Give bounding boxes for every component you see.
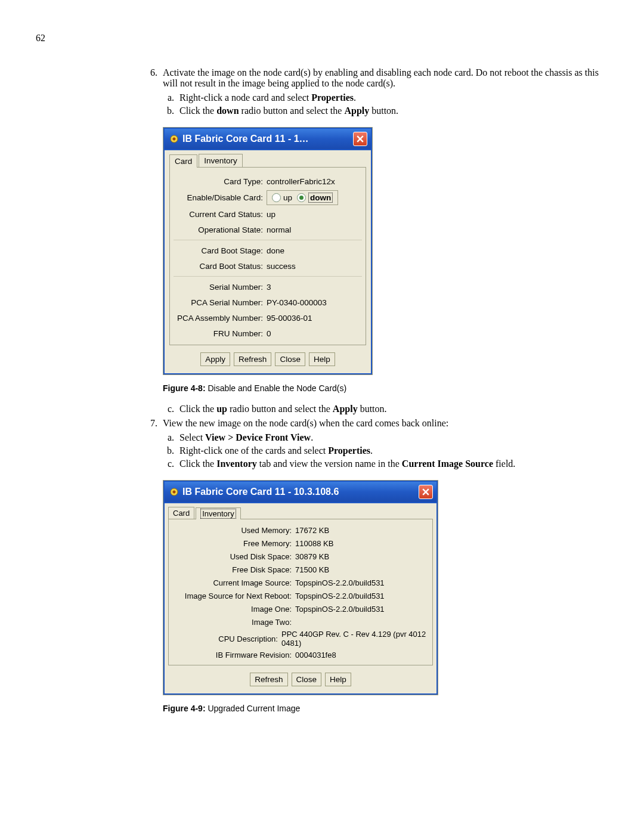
- lbl-ibfw: IB Firmware Revision:: [172, 651, 295, 659]
- step6-text: Activate the image on the node card(s) b…: [163, 67, 599, 88]
- fig8-label: Figure 4-8:: [163, 383, 206, 393]
- val-serial: 3: [267, 283, 271, 292]
- radio-up-circle: [272, 193, 281, 202]
- panel-inventory: Used Memory:17672 KB Free Memory:110088 …: [168, 519, 433, 665]
- close-button3[interactable]: Close: [292, 673, 322, 686]
- step-6: Activate the image on the node card(s) b…: [160, 67, 602, 414]
- step6a: Right-click a node card and select Prope…: [177, 92, 602, 103]
- step7c-t3: field.: [493, 459, 515, 469]
- help-button[interactable]: Help: [309, 352, 335, 366]
- fig9-label: Figure 4-9:: [163, 704, 206, 713]
- radio-down-circle: [297, 193, 306, 202]
- lbl-pca-assembly: PCA Assembly Number:: [174, 314, 267, 323]
- step7b: Right-click one of the cards and select …: [177, 445, 602, 456]
- page-number: 62: [36, 33, 608, 44]
- lbl-next-image: Image Source for Next Reboot:: [172, 592, 295, 600]
- val-free-memory: 110088 KB: [295, 539, 333, 548]
- val-free-disk: 71500 KB: [295, 565, 329, 574]
- row-card-type: Card Type: controllerFabric12x: [174, 175, 362, 188]
- button-row: Apply Refresh Close Help: [167, 352, 369, 366]
- step7c: Click the Inventory tab and view the ver…: [177, 459, 602, 469]
- lbl-card-status: Current Card Status:: [174, 210, 267, 219]
- help-button2[interactable]: Help: [325, 673, 351, 686]
- step6c-t3: button.: [358, 404, 387, 414]
- lbl-pca-serial: PCA Serial Number:: [174, 298, 267, 307]
- radio-up-label: up: [283, 193, 292, 202]
- radio-down[interactable]: down: [297, 193, 333, 203]
- val-cur-image: TopspinOS-2.2.0/build531: [295, 578, 385, 587]
- row-boot-status: Card Boot Status: success: [174, 259, 362, 272]
- row-boot-stage: Card Boot Stage: done: [174, 244, 362, 257]
- fig9-text: Upgraded Current Image: [206, 704, 301, 713]
- titlebar[interactable]: IB Fabric Core Card 11 - 1…: [163, 128, 372, 150]
- val-image-one: TopspinOS-2.2.0/build531: [295, 605, 385, 614]
- row-card-status: Current Card Status: up: [174, 208, 362, 221]
- val-op-state: normal: [267, 225, 291, 234]
- step7a-t2: .: [311, 432, 313, 442]
- step6b: Click the down radio button and select t…: [177, 106, 602, 116]
- title-text: IB Fabric Core Card 11 - 1…: [182, 134, 353, 144]
- title-text2: IB Fabric Core Card 11 - 10.3.108.6: [182, 487, 419, 497]
- row-pca-serial: PCA Serial Number: PY-0340-000003: [174, 296, 362, 309]
- step7a: Select View > Device Front View.: [177, 432, 602, 443]
- lbl-cpu: CPU Description:: [172, 634, 281, 643]
- row-free-memory: Free Memory:110088 KB: [172, 538, 429, 549]
- close-button2[interactable]: Close: [275, 352, 305, 366]
- lbl-boot-stage: Card Boot Stage:: [174, 246, 267, 255]
- app-icon: [169, 134, 179, 144]
- tab2-inventory-label: Inventory: [200, 509, 236, 519]
- step6b-b2: Apply: [344, 106, 369, 116]
- step6c-t1: Click the: [179, 404, 216, 414]
- refresh-button2[interactable]: Refresh: [250, 673, 287, 686]
- val-ibfw: 0004031fe8: [295, 651, 336, 659]
- close-button-dlg2[interactable]: [419, 485, 433, 499]
- step7b-t1: Right-click one of the cards and select: [179, 445, 328, 456]
- dialog-inventory: IB Fabric Core Card 11 - 10.3.108.6 Card…: [163, 480, 438, 695]
- button-row2: Refresh Close Help: [166, 673, 435, 686]
- step7c-t2: tab and view the version name in the: [257, 459, 402, 469]
- lbl-free-disk: Free Disk Space:: [172, 565, 295, 574]
- step7c-t1: Click the: [179, 459, 216, 469]
- lbl-used-disk: Used Disk Space:: [172, 552, 295, 561]
- step6b-t1: Click the: [179, 106, 216, 116]
- row-cpu: CPU Description:PPC 440GP Rev. C - Rev 4…: [172, 630, 429, 648]
- dialog2-body: Card Inventory Used Memory:17672 KB Free…: [163, 503, 438, 695]
- step7c-b2: Current Image Source: [402, 459, 493, 469]
- tab2-card[interactable]: Card: [168, 507, 194, 519]
- step7b-b1: Properties: [328, 445, 370, 456]
- titlebar2[interactable]: IB Fabric Core Card 11 - 10.3.108.6: [163, 481, 438, 503]
- tab2-inventory[interactable]: Inventory: [196, 507, 240, 519]
- row-cur-image: Current Image Source:TopspinOS-2.2.0/bui…: [172, 577, 429, 589]
- close-button[interactable]: [353, 132, 367, 146]
- tabs2: Card Inventory: [168, 507, 435, 519]
- radio-up[interactable]: up: [272, 193, 292, 202]
- row-image-one: Image One:TopspinOS-2.2.0/build531: [172, 603, 429, 615]
- lbl-fru: FRU Number:: [174, 329, 267, 338]
- val-card-type: controllerFabric12x: [267, 177, 335, 186]
- val-boot-status: success: [267, 262, 296, 271]
- dialog-body: Card Inventory Card Type: controllerFabr…: [163, 150, 372, 374]
- tab-card[interactable]: Card: [169, 154, 197, 168]
- val-pca-assembly: 95-00036-01: [267, 314, 312, 323]
- step6a-bold: Properties: [311, 92, 354, 103]
- step7-text: View the new image on the node card(s) w…: [163, 418, 448, 428]
- lbl-enable-disable: Enable/Disable Card:: [174, 193, 267, 202]
- tabs: Card Inventory: [169, 154, 369, 167]
- step-7: View the new image on the node card(s) w…: [160, 418, 602, 713]
- step6a-pre: Right-click a node card and select: [179, 92, 311, 103]
- lbl-card-type: Card Type:: [174, 177, 267, 186]
- row-ibfw: IB Firmware Revision:0004031fe8: [172, 649, 429, 661]
- fig8-text: Disable and Enable the Node Card(s): [206, 383, 347, 393]
- row-next-image: Image Source for Next Reboot:TopspinOS-2…: [172, 590, 429, 602]
- radio-group-enable: up down: [267, 190, 338, 205]
- tab-inventory[interactable]: Inventory: [199, 154, 243, 167]
- lbl-image-two: Image Two:: [172, 618, 295, 627]
- row-used-memory: Used Memory:17672 KB: [172, 525, 429, 536]
- lbl-boot-status: Card Boot Status:: [174, 262, 267, 271]
- row-serial: Serial Number: 3: [174, 280, 362, 293]
- refresh-button[interactable]: Refresh: [234, 352, 271, 366]
- radio-down-label: down: [308, 193, 333, 203]
- apply-button[interactable]: Apply: [200, 352, 230, 366]
- step6c: Click the up radio button and select the…: [177, 404, 602, 414]
- app-icon2: [169, 487, 179, 497]
